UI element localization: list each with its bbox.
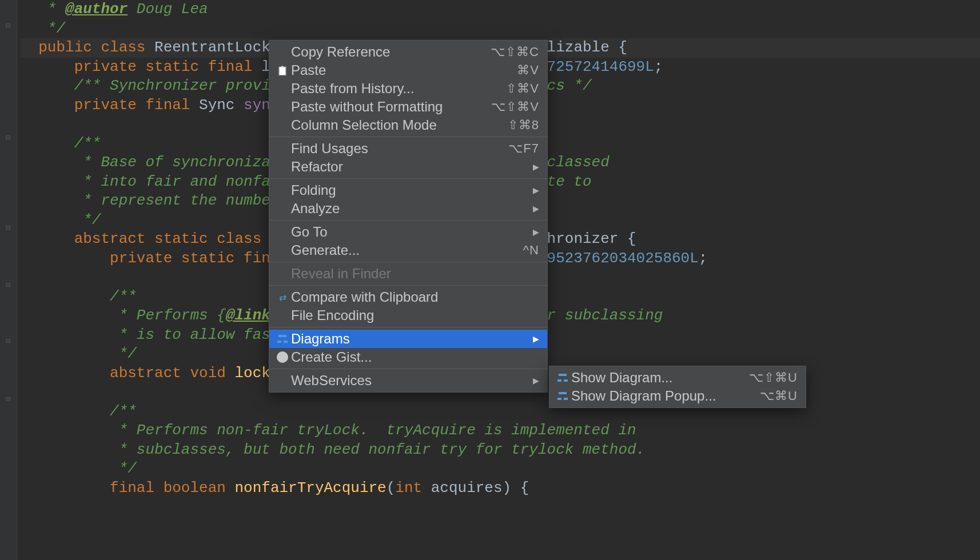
menu-separator xyxy=(269,369,547,369)
submenu-arrow-icon: ▶ xyxy=(533,186,539,195)
menu-item-go-to[interactable]: Go To▶ xyxy=(269,223,547,241)
menu-item-label: Refactor xyxy=(291,159,528,175)
menu-item-generate[interactable]: Generate...^N xyxy=(269,241,547,259)
menu-item-shortcut: ⇧⌘V xyxy=(506,81,539,96)
menu-item-shortcut: ^N xyxy=(523,243,539,258)
menu-item-paste-without-formatting[interactable]: Paste without Formatting⌥⇧⌘V xyxy=(269,98,547,116)
menu-item-diagrams[interactable]: Diagrams▶ xyxy=(269,330,547,348)
menu-item-label: Show Diagram Popup... xyxy=(571,388,760,404)
menu-item-label: Go To xyxy=(291,224,528,240)
fold-marker[interactable] xyxy=(3,336,13,345)
menu-item-label: Show Diagram... xyxy=(571,370,749,386)
menu-item-label: Paste without Formatting xyxy=(291,99,491,115)
menu-item-label: Generate... xyxy=(291,242,523,258)
menu-separator xyxy=(269,285,547,286)
fold-marker[interactable] xyxy=(3,394,13,403)
menu-separator xyxy=(269,262,547,262)
code-line[interactable]: * @author Doug Lea xyxy=(21,0,980,19)
code-line[interactable]: */ xyxy=(21,459,980,479)
menu-item-label: Diagrams xyxy=(291,331,528,347)
menu-item-label: Reveal in Finder xyxy=(291,266,539,282)
fold-marker[interactable] xyxy=(3,133,13,142)
menu-item-label: Find Usages xyxy=(291,141,508,157)
menu-item-refactor[interactable]: Refactor▶ xyxy=(269,158,547,176)
menu-separator xyxy=(269,220,547,221)
menu-item-label: Compare with Clipboard xyxy=(291,289,539,305)
menu-item-label: Paste xyxy=(291,62,517,78)
submenu-item-show-diagram-popup[interactable]: Show Diagram Popup...⌥⌘U xyxy=(549,387,806,405)
code-line[interactable]: * Performs non-fair tryLock. tryAcquire … xyxy=(21,421,980,441)
fold-marker[interactable] xyxy=(3,280,13,289)
submenu-arrow-icon: ▶ xyxy=(533,334,539,343)
menu-item-copy-reference[interactable]: Copy Reference⌥⇧⌘C xyxy=(269,43,547,61)
menu-item-label: WebServices xyxy=(291,373,528,389)
diagrams-submenu: Show Diagram...⌥⇧⌘UShow Diagram Popup...… xyxy=(549,366,806,408)
diagram-icon xyxy=(554,392,571,400)
compare-icon xyxy=(274,292,291,303)
menu-item-label: Create Gist... xyxy=(291,349,539,365)
menu-item-find-usages[interactable]: Find Usages⌥F7 xyxy=(269,139,547,158)
menu-item-label: Paste from History... xyxy=(291,81,506,97)
menu-item-label: Analyze xyxy=(291,201,528,217)
menu-item-label: File Encoding xyxy=(291,307,539,323)
menu-item-paste-from-history[interactable]: Paste from History...⇧⌘V xyxy=(269,79,547,98)
menu-item-compare-with-clipboard[interactable]: Compare with Clipboard xyxy=(269,288,547,306)
menu-item-shortcut: ⇧⌘8 xyxy=(508,118,539,133)
code-line[interactable]: /** xyxy=(21,402,980,422)
submenu-arrow-icon: ▶ xyxy=(533,162,539,171)
editor-context-menu: Copy Reference⌥⇧⌘CPaste⌘VPaste from Hist… xyxy=(269,40,548,393)
submenu-arrow-icon: ▶ xyxy=(533,376,539,385)
menu-item-analyze[interactable]: Analyze▶ xyxy=(269,199,547,218)
menu-item-shortcut: ⌥⌘U xyxy=(760,389,798,403)
submenu-item-show-diagram[interactable]: Show Diagram...⌥⇧⌘U xyxy=(549,369,806,387)
fold-marker[interactable] xyxy=(3,21,13,30)
menu-item-reveal-in-finder: Reveal in Finder xyxy=(269,265,547,283)
github-icon xyxy=(274,351,291,363)
editor-gutter xyxy=(0,0,17,560)
menu-item-folding[interactable]: Folding▶ xyxy=(269,181,547,199)
menu-item-shortcut: ⌘V xyxy=(517,63,539,78)
diagram-icon xyxy=(554,374,571,382)
submenu-arrow-icon: ▶ xyxy=(533,227,539,237)
code-line[interactable]: */ xyxy=(21,19,980,39)
menu-item-label: Column Selection Mode xyxy=(291,117,508,133)
menu-item-label: Folding xyxy=(291,182,528,198)
menu-item-paste[interactable]: Paste⌘V xyxy=(269,61,547,79)
menu-separator xyxy=(269,178,547,179)
menu-item-label: Copy Reference xyxy=(291,44,491,60)
menu-item-shortcut: ⌥F7 xyxy=(508,141,539,156)
fold-marker[interactable] xyxy=(3,223,13,232)
menu-item-webservices[interactable]: WebServices▶ xyxy=(269,371,547,390)
menu-item-shortcut: ⌥⇧⌘C xyxy=(491,45,539,59)
code-line[interactable]: * subclasses, but both need nonfair try … xyxy=(21,441,980,460)
menu-item-file-encoding[interactable]: File Encoding xyxy=(269,306,547,325)
menu-item-create-gist[interactable]: Create Gist... xyxy=(269,348,547,366)
diagram-icon xyxy=(274,335,291,343)
menu-item-shortcut: ⌥⇧⌘V xyxy=(491,99,539,114)
paste-icon xyxy=(274,65,291,76)
menu-item-column-selection-mode[interactable]: Column Selection Mode⇧⌘8 xyxy=(269,116,547,134)
menu-item-shortcut: ⌥⇧⌘U xyxy=(749,370,798,385)
menu-separator xyxy=(269,327,547,327)
code-line[interactable]: final boolean nonfairTryAcquire(int acqu… xyxy=(21,479,980,498)
submenu-arrow-icon: ▶ xyxy=(533,204,539,213)
menu-separator xyxy=(269,137,547,137)
